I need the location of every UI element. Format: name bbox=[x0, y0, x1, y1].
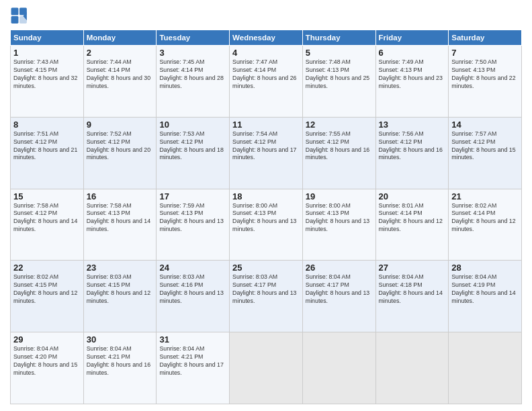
calendar-dow-friday: Friday bbox=[375, 30, 449, 46]
day-number: 2 bbox=[87, 48, 154, 58]
cell-content: Sunrise: 8:04 AMSunset: 4:21 PMDaylight:… bbox=[159, 345, 226, 377]
calendar-cell: 25 Sunrise: 8:03 AMSunset: 4:17 PMDaylig… bbox=[230, 261, 303, 332]
calendar-dow-saturday: Saturday bbox=[449, 30, 522, 46]
calendar-cell: 10 Sunrise: 7:53 AMSunset: 4:12 PMDaylig… bbox=[157, 117, 230, 189]
calendar-cell bbox=[449, 332, 522, 404]
calendar-cell: 9 Sunrise: 7:52 AMSunset: 4:12 PMDayligh… bbox=[83, 117, 157, 189]
calendar-header-row: SundayMondayTuesdayWednesdayThursdayFrid… bbox=[11, 30, 522, 46]
day-number: 1 bbox=[13, 48, 81, 58]
cell-content: Sunrise: 7:58 AMSunset: 4:12 PMDaylight:… bbox=[13, 202, 81, 234]
calendar-cell: 17 Sunrise: 7:59 AMSunset: 4:13 PMDaylig… bbox=[157, 189, 230, 261]
calendar-week-row: 1 Sunrise: 7:43 AMSunset: 4:15 PMDayligh… bbox=[11, 46, 522, 118]
day-number: 31 bbox=[159, 334, 226, 345]
day-number: 28 bbox=[451, 263, 519, 273]
calendar-cell: 14 Sunrise: 7:57 AMSunset: 4:12 PMDaylig… bbox=[449, 117, 522, 189]
day-number: 15 bbox=[13, 191, 81, 201]
day-number: 3 bbox=[159, 48, 226, 58]
calendar-cell bbox=[375, 332, 449, 404]
day-number: 24 bbox=[159, 263, 226, 273]
logo-icon bbox=[10, 7, 29, 26]
cell-content: Sunrise: 8:02 AMSunset: 4:15 PMDaylight:… bbox=[13, 273, 81, 306]
cell-content: Sunrise: 7:44 AMSunset: 4:14 PMDaylight:… bbox=[87, 58, 154, 91]
cell-content: Sunrise: 8:02 AMSunset: 4:14 PMDaylight:… bbox=[451, 202, 519, 234]
cell-content: Sunrise: 8:04 AMSunset: 4:20 PMDaylight:… bbox=[13, 345, 81, 377]
logo bbox=[10, 7, 32, 26]
calendar-cell: 30 Sunrise: 8:04 AMSunset: 4:21 PMDaylig… bbox=[83, 332, 157, 404]
cell-content: Sunrise: 8:03 AMSunset: 4:17 PMDaylight:… bbox=[232, 273, 300, 306]
calendar-cell: 5 Sunrise: 7:48 AMSunset: 4:13 PMDayligh… bbox=[302, 46, 375, 118]
cell-content: Sunrise: 7:54 AMSunset: 4:12 PMDaylight:… bbox=[232, 130, 300, 163]
calendar-week-row: 22 Sunrise: 8:02 AMSunset: 4:15 PMDaylig… bbox=[11, 261, 522, 332]
day-number: 7 bbox=[451, 48, 519, 58]
day-number: 27 bbox=[379, 263, 446, 273]
calendar-dow-tuesday: Tuesday bbox=[157, 30, 230, 46]
day-number: 8 bbox=[13, 120, 81, 130]
cell-content: Sunrise: 7:53 AMSunset: 4:12 PMDaylight:… bbox=[159, 130, 226, 163]
calendar-week-row: 8 Sunrise: 7:51 AMSunset: 4:12 PMDayligh… bbox=[11, 117, 522, 189]
calendar-cell: 7 Sunrise: 7:50 AMSunset: 4:13 PMDayligh… bbox=[449, 46, 522, 118]
cell-content: Sunrise: 7:58 AMSunset: 4:13 PMDaylight:… bbox=[87, 202, 154, 234]
day-number: 13 bbox=[379, 120, 446, 130]
cell-content: Sunrise: 7:55 AMSunset: 4:12 PMDaylight:… bbox=[306, 130, 373, 163]
day-number: 17 bbox=[159, 191, 226, 201]
calendar-cell: 11 Sunrise: 7:54 AMSunset: 4:12 PMDaylig… bbox=[230, 117, 303, 189]
cell-content: Sunrise: 8:04 AMSunset: 4:21 PMDaylight:… bbox=[87, 345, 154, 377]
calendar-cell: 13 Sunrise: 7:56 AMSunset: 4:12 PMDaylig… bbox=[375, 117, 449, 189]
calendar-cell: 12 Sunrise: 7:55 AMSunset: 4:12 PMDaylig… bbox=[302, 117, 375, 189]
page: SundayMondayTuesdayWednesdayThursdayFrid… bbox=[0, 0, 532, 411]
calendar-cell: 24 Sunrise: 8:03 AMSunset: 4:16 PMDaylig… bbox=[157, 261, 230, 332]
calendar-cell: 19 Sunrise: 8:00 AMSunset: 4:13 PMDaylig… bbox=[302, 189, 375, 261]
calendar-cell: 23 Sunrise: 8:03 AMSunset: 4:15 PMDaylig… bbox=[83, 261, 157, 332]
day-number: 30 bbox=[87, 334, 154, 345]
day-number: 23 bbox=[87, 263, 154, 273]
day-number: 18 bbox=[232, 191, 300, 201]
day-number: 4 bbox=[232, 48, 300, 58]
day-number: 14 bbox=[451, 120, 519, 130]
calendar-cell: 8 Sunrise: 7:51 AMSunset: 4:12 PMDayligh… bbox=[11, 117, 84, 189]
calendar-cell: 31 Sunrise: 8:04 AMSunset: 4:21 PMDaylig… bbox=[157, 332, 230, 404]
day-number: 11 bbox=[232, 120, 300, 130]
cell-content: Sunrise: 7:56 AMSunset: 4:12 PMDaylight:… bbox=[379, 130, 446, 163]
cell-content: Sunrise: 8:03 AMSunset: 4:16 PMDaylight:… bbox=[159, 273, 226, 306]
header bbox=[10, 7, 522, 26]
calendar-cell: 18 Sunrise: 8:00 AMSunset: 4:13 PMDaylig… bbox=[230, 189, 303, 261]
cell-content: Sunrise: 7:57 AMSunset: 4:12 PMDaylight:… bbox=[451, 130, 519, 163]
calendar-cell: 15 Sunrise: 7:58 AMSunset: 4:12 PMDaylig… bbox=[11, 189, 84, 261]
calendar-dow-thursday: Thursday bbox=[302, 30, 375, 46]
cell-content: Sunrise: 7:47 AMSunset: 4:14 PMDaylight:… bbox=[232, 58, 300, 91]
day-number: 16 bbox=[87, 191, 154, 201]
calendar-cell bbox=[230, 332, 303, 404]
cell-content: Sunrise: 8:01 AMSunset: 4:14 PMDaylight:… bbox=[379, 202, 446, 234]
calendar-cell: 26 Sunrise: 8:04 AMSunset: 4:17 PMDaylig… bbox=[302, 261, 375, 332]
day-number: 6 bbox=[379, 48, 446, 58]
day-number: 21 bbox=[451, 191, 519, 201]
day-number: 26 bbox=[306, 263, 373, 273]
cell-content: Sunrise: 8:00 AMSunset: 4:13 PMDaylight:… bbox=[232, 202, 300, 234]
calendar-week-row: 29 Sunrise: 8:04 AMSunset: 4:20 PMDaylig… bbox=[11, 332, 522, 404]
calendar-cell: 21 Sunrise: 8:02 AMSunset: 4:14 PMDaylig… bbox=[449, 189, 522, 261]
calendar-cell: 28 Sunrise: 8:04 AMSunset: 4:19 PMDaylig… bbox=[449, 261, 522, 332]
calendar-cell: 27 Sunrise: 8:04 AMSunset: 4:18 PMDaylig… bbox=[375, 261, 449, 332]
calendar-table: SundayMondayTuesdayWednesdayThursdayFrid… bbox=[10, 30, 522, 404]
calendar-dow-monday: Monday bbox=[83, 30, 157, 46]
day-number: 9 bbox=[87, 120, 154, 130]
svg-rect-2 bbox=[11, 16, 19, 24]
calendar-week-row: 15 Sunrise: 7:58 AMSunset: 4:12 PMDaylig… bbox=[11, 189, 522, 261]
day-number: 12 bbox=[306, 120, 373, 130]
day-number: 29 bbox=[13, 334, 81, 345]
calendar-cell: 16 Sunrise: 7:58 AMSunset: 4:13 PMDaylig… bbox=[83, 189, 157, 261]
calendar-cell: 3 Sunrise: 7:45 AMSunset: 4:14 PMDayligh… bbox=[157, 46, 230, 118]
cell-content: Sunrise: 7:50 AMSunset: 4:13 PMDaylight:… bbox=[451, 58, 519, 91]
cell-content: Sunrise: 7:51 AMSunset: 4:12 PMDaylight:… bbox=[13, 130, 81, 163]
calendar-cell: 20 Sunrise: 8:01 AMSunset: 4:14 PMDaylig… bbox=[375, 189, 449, 261]
calendar-cell bbox=[302, 332, 375, 404]
day-number: 20 bbox=[379, 191, 446, 201]
cell-content: Sunrise: 7:49 AMSunset: 4:13 PMDaylight:… bbox=[379, 58, 446, 91]
day-number: 19 bbox=[306, 191, 373, 201]
calendar-cell: 1 Sunrise: 7:43 AMSunset: 4:15 PMDayligh… bbox=[11, 46, 84, 118]
calendar-cell: 6 Sunrise: 7:49 AMSunset: 4:13 PMDayligh… bbox=[375, 46, 449, 118]
calendar-cell: 4 Sunrise: 7:47 AMSunset: 4:14 PMDayligh… bbox=[230, 46, 303, 118]
calendar-cell: 22 Sunrise: 8:02 AMSunset: 4:15 PMDaylig… bbox=[11, 261, 84, 332]
cell-content: Sunrise: 7:45 AMSunset: 4:14 PMDaylight:… bbox=[159, 58, 226, 91]
cell-content: Sunrise: 8:03 AMSunset: 4:15 PMDaylight:… bbox=[87, 273, 154, 306]
